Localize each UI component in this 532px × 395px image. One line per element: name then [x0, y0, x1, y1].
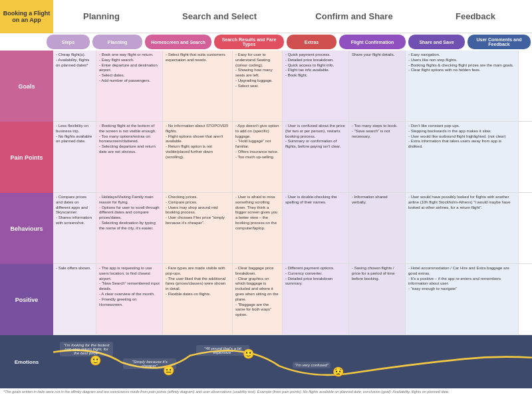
goals-flight: - Quick payment process.- Detailed price… [283, 51, 349, 121]
step-steps: Steps [47, 35, 90, 49]
pain-planning: - Less flexibility on business trip.- No… [53, 122, 96, 192]
step-share: Share and Save [408, 35, 465, 49]
behaviours-extras: - User is afraid to miss something scrol… [233, 193, 283, 263]
behaviours-share: - Information shared verbally. [349, 193, 406, 263]
goals-search: - Select flight that suits customers exp… [163, 51, 233, 121]
row-label-goals: Goals [0, 51, 53, 122]
header-search: Search and Select [150, 0, 289, 33]
goals-homescreen: - Book one way flight or return.- Easy f… [96, 51, 163, 121]
emotion-face-1: 🙂 [90, 355, 101, 366]
behaviours-homescreen: - Holidays/Visiting Family main reason f… [96, 193, 163, 263]
pain-search: - No information about STOPOVER flights.… [163, 122, 233, 192]
pain-homescreen: - Booking flight at the bottom of the sc… [96, 122, 163, 192]
step-user-comments: User Comments and Feedback [467, 35, 531, 49]
behaviours-planning: - Compare prices and dates on different … [53, 193, 96, 263]
content-area: Goals Pain Points Behaviours Positive - … [0, 51, 532, 335]
emotion-quote-3: "46 pound that's a bit expensive" [196, 345, 249, 356]
positive-flight: - Different payment options.- Currency c… [283, 264, 349, 334]
steps-row: Steps Planning Homescreen and Search Sea… [0, 33, 532, 51]
behaviours-flight: - User is double-checking the spelling o… [283, 193, 349, 263]
behaviours-feedback: - User would have possibly looked for fl… [406, 193, 519, 263]
goals-row: - Cheap flight(s).- Availability, flight… [53, 51, 532, 122]
positive-extras: - Clear baggage price breakdown.- Clear … [233, 264, 283, 334]
header-planning: Planning [53, 0, 150, 33]
row-label-positive: Positive [0, 264, 53, 335]
pain-extras: - App doesn't give option to add on (spe… [233, 122, 283, 192]
pain-feedback: - Don't like constant pop-ups.- Stepping… [406, 122, 519, 192]
step-extras: Extras [287, 35, 336, 49]
positive-share: - Saving chosen flights / price for a pe… [349, 264, 406, 334]
footer-note: *The goals written in italic were not in… [0, 388, 532, 395]
pain-flight: - User is confused about the price (for … [283, 122, 349, 192]
goals-feedback: - Easy navigation.- Users like non stop … [406, 51, 519, 121]
positive-feedback: - Hotel accommodation / Car Hire and Ext… [406, 264, 519, 334]
header-row: Booking a Flight on an App Planning Sear… [0, 0, 532, 33]
steps-row-label [0, 33, 45, 51]
positive-row: - Sale offers shown. - The app is reques… [53, 264, 532, 335]
app-title: Booking a Flight on an App [0, 0, 53, 33]
step-flight-confirm: Flight Confirmation [339, 35, 406, 49]
goals-planning: - Cheap flight(s).- Availability, flight… [53, 51, 96, 121]
emotion-quote-4: "I'm very confused" [293, 362, 331, 368]
row-labels: Goals Pain Points Behaviours Positive [0, 51, 53, 335]
pain-share: - Too many steps to book.- "Save search"… [349, 122, 406, 192]
emotion-face-3: 🙂 [243, 348, 254, 359]
header-feedback: Feedback [419, 0, 532, 33]
positive-search: - Fare types are made visible with pop-u… [163, 264, 233, 334]
behaviours-search: - Checking prices.- Compare prices.- Use… [163, 193, 233, 263]
goals-extras: - Easy for user to understand Seating (c… [233, 51, 283, 121]
pain-row: - Less flexibility on business trip.- No… [53, 122, 532, 193]
emotion-face-4: 😟 [332, 366, 344, 377]
goals-share: Share your flight details. [349, 51, 406, 121]
grid-area: - Cheap flight(s).- Availability, flight… [53, 51, 532, 335]
positive-planning: - Sale offers shown. [53, 264, 96, 334]
step-homescreen: Homescreen and Search [145, 35, 211, 49]
emotion-face-2: 😐 [163, 365, 174, 376]
emotions-row: Emotions "I'm looking for the fastest no… [0, 335, 532, 388]
header-confirm: Confirm and Share [289, 0, 419, 33]
emotions-label: Emotions [0, 357, 53, 367]
step-search-results: Search Results and Fare Types [214, 35, 284, 49]
main-container: Booking a Flight on an App Planning Sear… [0, 0, 532, 395]
row-label-behaviours: Behaviours [0, 193, 53, 264]
row-label-pain: Pain Points [0, 122, 53, 193]
positive-homescreen: - The app is requesting to use users loc… [96, 264, 163, 334]
emotions-content: "I'm looking for the fastest non-stop re… [53, 338, 532, 385]
step-planning: Planning [92, 35, 142, 49]
emotion-quote-1: "I'm looking for the fastest non-stop re… [60, 342, 113, 356]
behaviours-row: - Compare prices and dates on different … [53, 193, 532, 264]
